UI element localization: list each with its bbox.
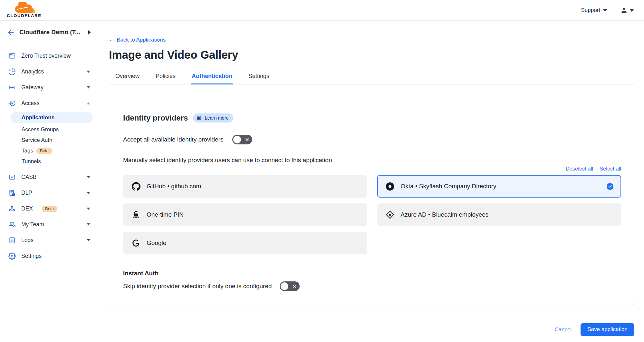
provider-tile-github[interactable]: GitHub • github.com [123, 175, 367, 198]
sidebar-item-settings[interactable]: Settings [0, 248, 97, 264]
sidebar-item-label: My Team [21, 221, 44, 228]
learn-more-badge[interactable]: Learn more [193, 113, 233, 122]
chevron-up-icon [87, 102, 90, 104]
support-label: Support [581, 7, 600, 14]
cancel-button[interactable]: Cancel [554, 327, 572, 333]
tab-overview[interactable]: Overview [115, 70, 140, 84]
casb-check-box-icon [8, 173, 16, 181]
manual-select-text: Manually select identity providers users… [123, 157, 621, 164]
user-icon [620, 7, 628, 14]
support-menu[interactable]: Support [581, 7, 607, 14]
identity-providers-card: Identity providers Learn more Accept all… [109, 99, 635, 305]
chevron-down-icon [87, 71, 90, 73]
sidebar-item-dex[interactable]: DEX Beta [0, 201, 97, 217]
accept-all-label: Accept all available identity providers [123, 136, 224, 143]
save-application-button[interactable]: Save application [581, 323, 634, 336]
tab-policies[interactable]: Policies [155, 70, 176, 84]
sidebar-item-dlp[interactable]: DLP [0, 185, 97, 201]
instant-auth-heading: Instant Auth [123, 270, 621, 277]
main-content: ← Back to Applications Image and Video G… [97, 21, 644, 342]
sidebar-subitem-label: Service Auth [22, 137, 52, 143]
okta-icon [386, 181, 395, 191]
sidebar-item-gateway[interactable]: Gateway [0, 80, 97, 95]
card-heading: Identity providers [123, 113, 188, 122]
accept-all-toggle[interactable] [232, 135, 252, 144]
log-list-icon [8, 237, 16, 244]
chevron-down-icon [87, 208, 90, 210]
select-all-link[interactable]: Select all [600, 166, 621, 172]
learn-more-label: Learn more [205, 115, 228, 121]
sidebar-subitem-label: Access Groups [22, 126, 59, 133]
back-arrow-icon: ← [109, 37, 114, 43]
sidebar-item-logs[interactable]: Logs [0, 232, 97, 248]
chevron-down-icon [87, 176, 90, 178]
sidebar-item-label: Settings [21, 253, 42, 259]
sidebar-item-service-auth[interactable]: Service Auth [0, 135, 97, 145]
sidebar-subitem-label: Applications [22, 114, 54, 121]
sidebar-item-my-team[interactable]: My Team [0, 217, 97, 232]
sidebar-item-access[interactable]: Access [0, 95, 97, 111]
sidebar-item-zero-trust-overview[interactable]: Zero Trust overview [0, 48, 97, 64]
provider-name: GitHub • github.com [147, 183, 201, 190]
toggle-off-x-icon [245, 137, 249, 142]
sidebar-item-label: CASB [21, 174, 37, 181]
page-title: Image and Video Gallery [109, 48, 635, 61]
sidebar-item-tunnels[interactable]: Tunnels [0, 156, 97, 167]
chevron-down-icon [87, 239, 90, 241]
sidebar-item-label: DLP [21, 190, 32, 196]
provider-tile-google[interactable]: Google [123, 232, 367, 254]
sidebar-item-casb[interactable]: CASB [0, 169, 97, 185]
sidebar-item-tags[interactable]: Tags Beta [0, 145, 97, 156]
back-to-applications-link[interactable]: ← Back to Applications [109, 37, 166, 43]
chevron-down-icon [87, 192, 90, 194]
provider-name: Okta • Skyflash Company Directory [401, 183, 496, 190]
chevron-down-icon [87, 223, 90, 226]
toggle-knob [233, 136, 241, 143]
provider-name: Azure AD • Bluecalm employees [401, 211, 489, 218]
network-nodes-icon [8, 205, 16, 212]
sidebar-item-analytics[interactable]: Analytics [0, 64, 97, 80]
provider-name: One-time PIN [147, 211, 184, 218]
account-menu[interactable] [620, 7, 634, 14]
toggle-off-x-icon [292, 284, 297, 288]
sidebar-item-label: Zero Trust overview [21, 53, 71, 59]
chevron-right-icon[interactable] [88, 30, 91, 34]
sidebar-item-label: DEX [21, 205, 33, 212]
provider-name: Google [147, 239, 166, 247]
provider-tile-azure-ad[interactable]: Azure AD • Bluecalm employees [377, 203, 621, 226]
chevron-down-icon [630, 7, 634, 13]
back-link-label: Back to Applications [117, 37, 166, 43]
svg-text:****: **** [133, 216, 139, 220]
sidebar-subitem-label: Tags [22, 148, 33, 154]
beta-badge: Beta [36, 148, 52, 154]
sidebar-subitem-label: Tunnels [22, 158, 41, 165]
account-name: Cloudflare Demo (T... [19, 29, 83, 36]
topbar: CLOUDFLARE Support [0, 0, 644, 21]
instant-auth-toggle[interactable] [280, 281, 300, 291]
cloudflare-wordmark: CLOUDFLARE [7, 13, 42, 18]
sidebar: Cloudflare Demo (T... Zero Trust overvie… [0, 21, 97, 342]
footer-actions: Cancel Save application [109, 318, 635, 341]
pie-chart-icon [8, 68, 16, 75]
tab-bar: Overview Policies Authentication Setting… [109, 70, 635, 84]
cloudflare-logo[interactable]: CLOUDFLARE [5, 2, 43, 18]
access-login-icon [8, 100, 16, 107]
tab-settings[interactable]: Settings [248, 70, 270, 84]
provider-tile-okta[interactable]: Okta • Skyflash Company Directory [377, 175, 621, 198]
tab-authentication[interactable]: Authentication [191, 70, 233, 84]
provider-grid: GitHub • github.com Okta • Skyflash Comp… [123, 175, 621, 254]
document-lock-icon [8, 189, 16, 197]
cloudflare-cloud-icon [12, 2, 36, 13]
sidebar-nav: Zero Trust overview Analytics Gateway Ac… [0, 44, 97, 264]
sidebar-item-label: Logs [21, 237, 34, 244]
back-arrow-icon[interactable] [7, 29, 14, 36]
gear-icon [8, 252, 16, 260]
sidebar-item-label: Analytics [21, 68, 44, 75]
provider-tile-one-time-pin[interactable]: **** One-time PIN [123, 203, 367, 226]
azure-ad-icon [386, 210, 395, 220]
deselect-all-link[interactable]: Deselect all [566, 166, 593, 172]
sidebar-item-access-groups[interactable]: Access Groups [0, 124, 97, 135]
browser-window-icon [8, 52, 16, 60]
sidebar-item-applications[interactable]: Applications [11, 112, 93, 123]
users-icon [8, 221, 16, 228]
